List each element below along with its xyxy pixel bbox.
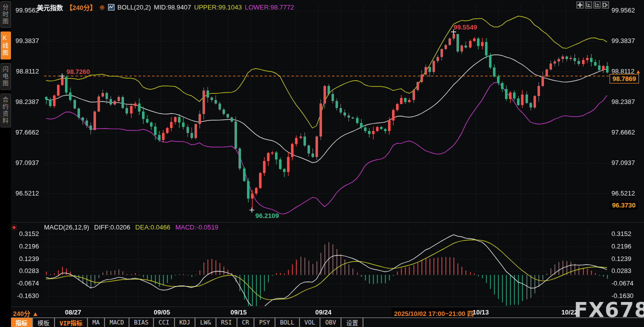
macd-macd-value: MACD:-0.0519: [176, 224, 218, 231]
toolbar-item-boll[interactable]: BOLL: [276, 318, 299, 327]
period-arrow-icon: ▲: [32, 310, 38, 318]
chart-header: 美元指数 【240分】 ⊕ BOLL(20,2) MID:98.9407 UPP…: [37, 2, 294, 12]
main-y-axis-label-right: 97.0937: [612, 159, 640, 166]
circled-cross-icon[interactable]: ⊕: [100, 4, 105, 10]
chart-tools: [576, 2, 609, 8]
boll-mid-value: MID:98.9407: [154, 4, 191, 11]
macd-y-axis-label-right: -0.0674: [612, 280, 640, 287]
toolbar-item-obv[interactable]: OBV: [320, 318, 340, 327]
x-axis-date-label: 08/27: [65, 308, 82, 316]
toolbar-item-vol[interactable]: VOL: [300, 318, 320, 327]
macd-y-axis-label-left: 0.1239: [11, 255, 39, 262]
main-y-axis-label-left: 99.3837: [11, 37, 39, 44]
main-y-axis-label-left: 97.0937: [11, 159, 39, 166]
x-axis-date-label: 09/05: [154, 308, 170, 316]
main-y-axis-label-right: 99.3837: [612, 37, 640, 44]
macd-header: MACD(26,12,9) DIFF:0.0206 DEA:0.0466 MAC…: [44, 224, 218, 231]
macd-y-axis-label-left: 0.0283: [11, 267, 39, 274]
main-y-axis-label-right: 99.9562: [612, 6, 640, 14]
macd-dea-value: DEA:0.0466: [136, 224, 170, 231]
macd-y-axis-label-right: 0.3152: [612, 230, 640, 238]
symbol-title: 美元指数: [37, 2, 63, 12]
move-icon: [578, 2, 582, 8]
last-price-arrow-icon: ▲: [636, 68, 641, 74]
main-y-axis-label-left: 98.8112: [11, 68, 39, 75]
mini-chart-icon: [108, 4, 114, 10]
date-axis: 240分 ▲ 2025/10/02 17:00~21:00 四 08/2709/…: [11, 307, 644, 318]
ref-price-tag: 98.7260: [66, 68, 90, 76]
main-y-axis-label-left: 96.5212: [11, 190, 39, 197]
toolbar-item-template[interactable]: 模板: [33, 318, 54, 327]
pan-right-button[interactable]: [602, 2, 609, 8]
macd-y-axis-label-right: 0.2196: [612, 242, 640, 250]
toolbar-item-psy[interactable]: PSY: [254, 318, 274, 327]
axis-fit-horizontal-icon: [594, 2, 600, 8]
trading-app-window: 分时图K线图闪电图合约资料 美元指数 【240分】 ⊕ BOLL(20,2) M…: [0, 0, 644, 327]
period-selector[interactable]: 240分 ▲: [13, 308, 38, 318]
boll-params-label: BOLL(20,2): [118, 4, 151, 11]
indicator-toolbar: 指标模板VIP指标MAMACDBIASCCIKDJLW&RSICRPSYBOLL…: [11, 318, 644, 327]
last-price-tag: 98.7869: [610, 74, 639, 84]
axis-fit-vertical-button[interactable]: [585, 2, 592, 8]
main-y-axis-label-right: 97.6662: [612, 128, 640, 136]
crosshair-time-label: 2025/10/02 17:00~21:00 四: [392, 308, 476, 318]
move-button[interactable]: [576, 2, 584, 8]
axis-fit-vertical-icon: [586, 2, 591, 8]
macd-diff-value: DIFF:0.0206: [94, 224, 130, 231]
sidebar-item-contract-info[interactable]: 合约资料: [0, 94, 11, 128]
toolbar-item-bias[interactable]: BIAS: [130, 318, 153, 327]
main-y-axis-label-right: 96.5212: [612, 190, 640, 197]
x-axis-date-label: 09/24: [315, 308, 332, 316]
toolbar-item-cr[interactable]: CR: [238, 318, 254, 327]
toolbar-item-macd[interactable]: MACD: [105, 318, 128, 327]
toolbar-item-vip-indicator[interactable]: VIP指标: [55, 318, 87, 327]
sidebar-item-flash-chart[interactable]: 闪电图: [0, 63, 11, 90]
toolbar-item-indicator[interactable]: 指标: [11, 318, 32, 327]
high-price-tag: 99.5549: [454, 24, 477, 31]
macd-y-axis-label-left: -0.1630: [11, 292, 39, 300]
watermark: FX678: [574, 298, 644, 322]
band-low-tag: 96.3730: [610, 201, 638, 210]
macd-y-axis-label-right: 0.0283: [612, 267, 640, 274]
axis-fit-horizontal-button[interactable]: [594, 2, 600, 8]
x-axis-date-label: 10/13: [472, 308, 489, 316]
toolbar-item-rsi[interactable]: RSI: [216, 318, 236, 327]
toolbar-item-ma[interactable]: MA: [88, 318, 104, 327]
pane-divider: [11, 222, 644, 222]
main-chart-canvas[interactable]: [0, 0, 644, 307]
main-y-axis-label-left: 97.6662: [11, 128, 39, 136]
macd-params-label: MACD(26,12,9): [44, 224, 89, 231]
toolbar-item-lw[interactable]: LW&: [196, 318, 216, 327]
low-price-tag: 96.2109: [256, 212, 279, 220]
boll-lower-value: LOWER:98.7772: [245, 4, 294, 11]
toolbar-item-kdj[interactable]: KDJ: [175, 318, 195, 327]
boll-upper-value: UPPER:99.1043: [194, 4, 242, 11]
macd-y-axis-label-left: 0.3152: [11, 230, 39, 238]
pan-right-icon: [603, 2, 608, 8]
macd-y-axis-label-left: -0.0674: [11, 280, 39, 287]
timeframe-label[interactable]: 【240分】: [66, 2, 96, 12]
macd-y-axis-label-right: 0.1239: [612, 255, 640, 262]
main-y-axis-label-left: 98.2387: [11, 98, 39, 106]
toolbar-item-cci[interactable]: CCI: [154, 318, 174, 327]
toolbar-item-settings[interactable]: 设置: [342, 318, 362, 327]
main-y-axis-label-left: 99.9562: [11, 6, 39, 14]
sidebar-item-kline-chart[interactable]: K线图: [0, 32, 11, 60]
main-y-axis-label-right: 98.2387: [612, 98, 640, 106]
x-axis-date-label: 09/15: [230, 308, 247, 316]
sidebar-item-time-chart[interactable]: 分时图: [0, 1, 11, 28]
macd-y-axis-label-left: 0.2196: [11, 242, 39, 250]
sidebar: 分时图K线图闪电图合约资料: [0, 0, 11, 327]
